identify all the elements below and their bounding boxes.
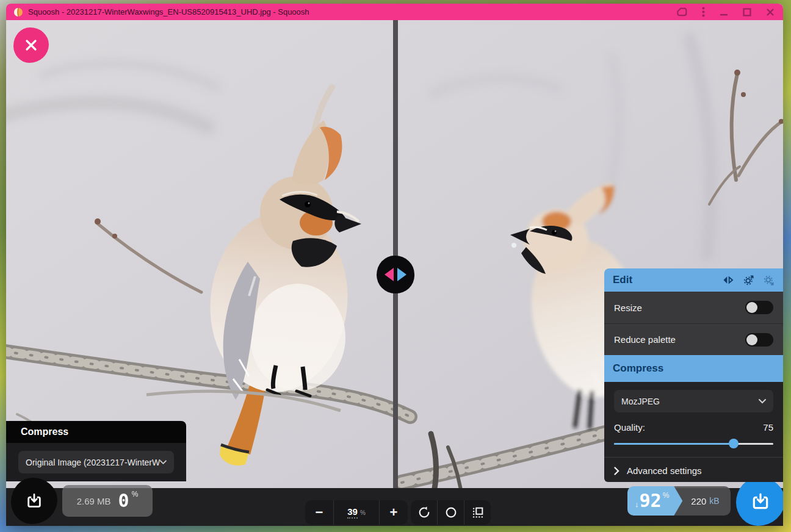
split-arrow-right-icon — [397, 268, 406, 281]
split-handle[interactable] — [377, 256, 414, 293]
codec-select-value: MozJPEG — [621, 397, 660, 406]
zoom-level-display[interactable]: 39 % — [334, 500, 379, 525]
close-button[interactable] — [766, 8, 775, 16]
swap-sides-icon[interactable] — [722, 275, 734, 285]
left-compress-panel: Compress Original Image (20231217-Winter… — [6, 421, 186, 481]
toggle-knob — [746, 302, 757, 313]
quality-value: 75 — [763, 422, 773, 433]
source-image-select[interactable]: Original Image (20231217-WinterW — [18, 451, 174, 473]
resize-label: Resize — [614, 303, 642, 313]
left-panel-body: Original Image (20231217-WinterW — [6, 443, 186, 481]
resize-canvas-button[interactable] — [464, 500, 491, 525]
reduce-palette-toggle[interactable] — [745, 333, 773, 347]
codec-select[interactable]: MozJPEG — [614, 390, 773, 412]
rotate-button[interactable] — [411, 500, 437, 525]
download-icon — [751, 492, 770, 511]
right-options-panel: Edit — [604, 268, 783, 482]
savings-down-arrow: ↓ — [635, 500, 639, 509]
zoom-level-value: 39 — [347, 506, 358, 519]
window-title: Squoosh - 20231217-WinterWaxwings_EN-US8… — [28, 7, 309, 16]
maximize-button[interactable] — [743, 8, 751, 16]
close-icon — [24, 38, 38, 52]
quality-slider[interactable] — [614, 439, 773, 448]
original-size-badge: 2.69 MB 0 % — [62, 485, 153, 517]
edit-section-header: Edit — [604, 268, 783, 292]
original-percent-symbol: % — [132, 490, 139, 498]
compress-section-body: MozJPEG Quality: 75 — [604, 382, 783, 482]
minimize-button[interactable] — [720, 8, 728, 16]
zoom-controls: − 39 % + — [305, 500, 408, 525]
left-panel-header: Compress — [6, 421, 186, 443]
source-image-select-value: Original Image (20231217-WinterW — [26, 458, 160, 467]
copy-settings-up-icon[interactable] — [743, 275, 754, 286]
download-icon — [26, 492, 43, 509]
quality-slider-thumb[interactable] — [729, 439, 739, 448]
titlebar: Squoosh - 20231217-WinterWaxwings_EN-US8… — [6, 4, 783, 20]
view-tools — [411, 500, 491, 525]
zoom-out-button[interactable]: − — [305, 500, 333, 525]
squoosh-window: Squoosh - 20231217-WinterWaxwings_EN-US8… — [6, 4, 783, 526]
circle-icon — [444, 506, 458, 519]
toggle-knob — [746, 334, 757, 345]
original-size: 2.69 MB — [77, 496, 111, 506]
rotate-icon — [417, 506, 431, 519]
image-compare-area: Compress Original Image (20231217-Winter… — [6, 20, 783, 526]
advanced-settings-label: Advanced settings — [627, 466, 702, 476]
zoom-level-unit: % — [360, 509, 366, 516]
chevron-down-icon — [759, 399, 766, 404]
savings-percent: 92 — [640, 492, 662, 510]
quality-row: Quality: 75 — [614, 422, 773, 433]
compression-result-badge: ↓ 92 % 220 kB — [627, 486, 731, 516]
dashed-square-icon — [471, 506, 485, 519]
compress-section-title: Compress — [613, 362, 663, 375]
reduce-palette-row: Reduce palette — [604, 323, 783, 355]
savings-percent-symbol: % — [663, 491, 670, 500]
split-arrow-left-icon — [385, 268, 394, 281]
advanced-settings-toggle[interactable]: Advanced settings — [604, 457, 783, 484]
copy-settings-down-icon[interactable] — [763, 275, 775, 286]
quality-label: Quality: — [614, 422, 645, 433]
chevron-down-icon — [160, 460, 167, 465]
toggle-background-button[interactable] — [438, 500, 464, 525]
squoosh-logo-icon — [13, 7, 23, 17]
compressed-size-badge: 220 kB — [674, 486, 730, 516]
download-compressed-button[interactable] — [736, 477, 783, 526]
compressed-size: 220 — [691, 496, 706, 506]
resize-toggle[interactable] — [745, 301, 773, 314]
chevron-right-icon — [614, 467, 619, 475]
compress-section-header: Compress — [604, 355, 783, 382]
original-percent: 0 — [118, 492, 129, 510]
resize-row: Resize — [604, 292, 783, 323]
zoom-in-button[interactable]: + — [380, 500, 408, 525]
menu-kebab-icon[interactable] — [702, 7, 705, 17]
edit-section-title: Edit — [613, 274, 632, 286]
reduce-palette-label: Reduce palette — [614, 334, 676, 345]
float-window-icon[interactable] — [676, 7, 687, 17]
compressed-size-unit: kB — [709, 496, 719, 506]
savings-flag: ↓ 92 % — [627, 486, 682, 516]
slider-fill — [614, 443, 734, 445]
